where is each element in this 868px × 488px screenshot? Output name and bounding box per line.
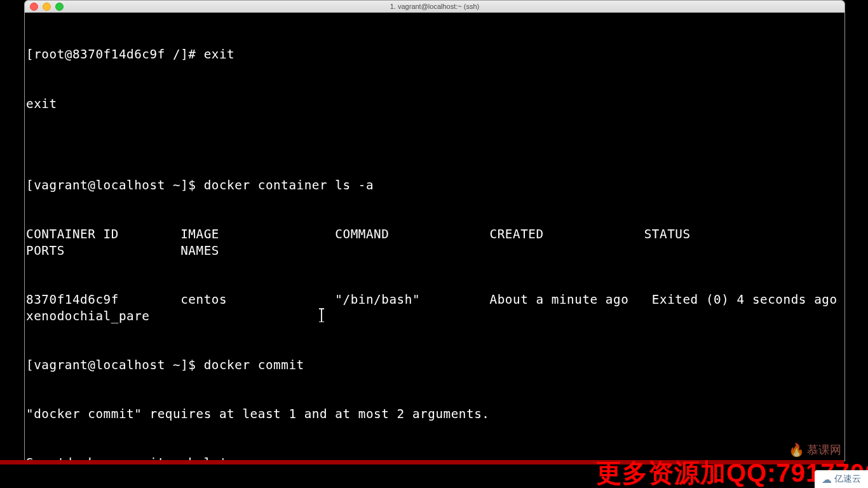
cloud-icon: ☁ [822, 473, 832, 485]
text-cursor-icon [321, 309, 322, 322]
terminal-window: 1. vagrant@localhost:~ (ssh) [root@8370f… [24, 0, 845, 461]
window-title: 1. vagrant@localhost:~ (ssh) [25, 3, 844, 10]
terminal-line: [vagrant@localhost ~]$ docker container … [26, 177, 843, 194]
terminal-line: "docker commit" requires at least 1 and … [26, 406, 843, 423]
terminal-line: [root@8370f14d6c9f /]# exit [26, 46, 843, 63]
window-titlebar[interactable]: 1. vagrant@localhost:~ (ssh) [25, 1, 844, 13]
yisu-label: 亿速云 [834, 473, 861, 485]
terminal-line: exit [26, 96, 843, 112]
window-controls [25, 3, 64, 11]
terminal-line: 8370f14d6c9f centos "/bin/bash" About a … [26, 292, 843, 324]
terminal-body[interactable]: [root@8370f14d6c9f /]# exit exit [vagran… [25, 13, 844, 461]
terminal-line: CONTAINER ID IMAGE COMMAND CREATED STATU… [26, 226, 843, 259]
yisu-badge: ☁ 亿速云 [815, 470, 868, 488]
minimize-icon[interactable] [43, 3, 51, 11]
terminal-line: [vagrant@localhost ~]$ docker commit [26, 357, 843, 374]
zoom-icon[interactable] [55, 3, 64, 11]
close-icon[interactable] [30, 3, 38, 11]
